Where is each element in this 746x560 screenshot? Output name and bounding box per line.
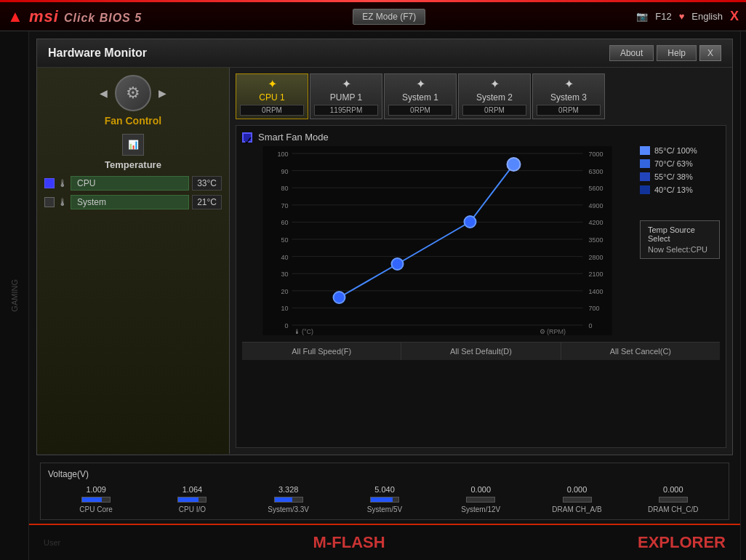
chart-legend: 85°C/ 100% 70°C/ 63% 55°C/ 38% bbox=[633, 146, 720, 338]
voltage-value-4: 0.000 bbox=[471, 485, 492, 494]
system-temp-row: 🌡 System 21°C bbox=[44, 195, 222, 209]
svg-text:2800: 2800 bbox=[589, 254, 603, 261]
f12-label: F12 bbox=[655, 11, 671, 22]
left-panel: ◀ ⚙ ▶ Fan Control 📊 Temperature bbox=[37, 68, 230, 454]
all-full-speed-button[interactable]: All Full Speed(F) bbox=[242, 343, 401, 360]
hw-monitor-close-button[interactable]: X bbox=[699, 45, 721, 61]
voltage-item-6: 0.000 DRAM CH_C/D bbox=[625, 485, 721, 513]
chart-area: ✓ Smart Fan Mode bbox=[236, 125, 726, 448]
svg-text:0: 0 bbox=[589, 322, 593, 329]
svg-text:4200: 4200 bbox=[589, 219, 603, 226]
language-selector[interactable]: English bbox=[691, 11, 723, 22]
voltage-bar-fill-2 bbox=[275, 497, 293, 502]
svg-text:40: 40 bbox=[281, 254, 288, 261]
voltage-value-3: 5.040 bbox=[374, 485, 395, 494]
fan-tab-rpm-cpu1: 0RPM bbox=[240, 105, 304, 116]
hardware-monitor-panel: Hardware Monitor About Help X ◀ ⚙ bbox=[36, 39, 733, 455]
fan-tab-icon-pump1: ✦ bbox=[310, 77, 382, 91]
ez-mode-button[interactable]: EZ Mode (F7) bbox=[353, 9, 425, 25]
voltage-name-1: CPU I/O bbox=[179, 505, 206, 513]
msi-logo: ▲ msi Click BIOS 5 bbox=[7, 7, 142, 26]
svg-text:80: 80 bbox=[281, 185, 288, 192]
temp-source-popup[interactable]: Temp Source Select Now Select:CPU bbox=[640, 220, 720, 259]
legend-item-0: 85°C/ 100% bbox=[640, 146, 720, 155]
fan-control-label: Fan Control bbox=[105, 115, 162, 127]
voltage-item-2: 3.328 System/3.3V bbox=[241, 485, 337, 513]
cpu-temp-value: 33°C bbox=[192, 176, 222, 191]
nav-arrow-right[interactable]: ▶ bbox=[159, 87, 167, 99]
svg-text:3500: 3500 bbox=[589, 236, 603, 244]
heart-icon[interactable]: ♥ bbox=[679, 11, 685, 22]
svg-text:100: 100 bbox=[277, 151, 288, 158]
voltage-item-5: 0.000 DRAM CH_A/B bbox=[529, 485, 625, 513]
svg-text:4900: 4900 bbox=[589, 202, 603, 209]
system-checkbox[interactable] bbox=[44, 197, 55, 207]
mflash-label[interactable]: M-FLASH bbox=[313, 533, 385, 552]
fan-tab-name-sys1: System 1 bbox=[385, 92, 456, 103]
voltage-value-5: 0.000 bbox=[567, 485, 587, 494]
smart-fan-checkbox[interactable]: ✓ bbox=[242, 132, 252, 143]
voltage-name-5: DRAM CH_A/B bbox=[552, 505, 601, 513]
cpu-checkbox[interactable] bbox=[44, 178, 55, 188]
fan-curve-chart[interactable]: 100 90 80 70 60 50 40 30 20 10 bbox=[242, 146, 633, 335]
voltage-bars: 1.009 CPU Core 1.064 CPU I/O 3.328 Syste… bbox=[48, 485, 721, 513]
svg-text:0: 0 bbox=[284, 322, 288, 329]
system-therm-icon: 🌡 bbox=[57, 196, 68, 208]
voltage-value-0: 1.009 bbox=[86, 485, 106, 494]
svg-text:90: 90 bbox=[281, 168, 288, 175]
voltage-value-6: 0.000 bbox=[663, 485, 683, 494]
all-set-default-button[interactable]: All Set Default(D) bbox=[401, 343, 561, 360]
fan-tab-icon-sys3: ✦ bbox=[533, 77, 604, 91]
fan-tab-pump1[interactable]: ✦ PUMP 1 1195RPM bbox=[310, 73, 382, 119]
voltage-value-1: 1.064 bbox=[183, 485, 203, 494]
voltage-bar-fill-0 bbox=[82, 497, 102, 502]
fan-tab-name-sys2: System 2 bbox=[459, 92, 530, 103]
chart-svg-area: 100 90 80 70 60 50 40 30 20 10 bbox=[242, 146, 633, 338]
fan-tab-rpm-sys1: 0RPM bbox=[388, 105, 452, 116]
hw-monitor-title: Hardware Monitor bbox=[48, 47, 147, 60]
about-button[interactable]: About bbox=[609, 45, 654, 61]
voltage-name-6: DRAM CH_C/D bbox=[648, 505, 698, 513]
system-temp-name: System bbox=[71, 195, 189, 209]
svg-text:50: 50 bbox=[281, 236, 288, 244]
voltage-title: Voltage(V) bbox=[48, 469, 721, 479]
voltage-name-0: CPU Core bbox=[79, 505, 113, 513]
nav-arrow-left[interactable]: ◀ bbox=[100, 87, 108, 99]
fan-tab-name-cpu1: CPU 1 bbox=[236, 92, 308, 103]
temp-source-value: Now Select:CPU bbox=[648, 245, 712, 254]
system-temp-value: 21°C bbox=[192, 195, 222, 209]
legend-label-2: 55°C/ 38% bbox=[654, 172, 693, 181]
help-button[interactable]: Help bbox=[657, 45, 697, 61]
fan-tab-cpu1[interactable]: ✦ CPU 1 0RPM bbox=[236, 73, 308, 119]
camera-icon[interactable]: 📷 bbox=[636, 11, 648, 22]
fan-tab-sys1[interactable]: ✦ System 1 0RPM bbox=[384, 73, 457, 119]
explorer-label[interactable]: EXPLORER bbox=[638, 533, 726, 552]
voltage-bar-6 bbox=[659, 497, 688, 503]
fan-tabs: ✦ CPU 1 0RPM ✦ PUMP 1 1195RPM ✦ System 1 bbox=[236, 73, 726, 119]
chart-container: 100 90 80 70 60 50 40 30 20 10 bbox=[242, 146, 720, 338]
fan-tab-icon-sys1: ✦ bbox=[385, 77, 456, 91]
legend-item-3: 40°C/ 13% bbox=[640, 185, 720, 194]
left-panel-nav: ◀ ⚙ ▶ bbox=[100, 75, 167, 111]
fan-tab-sys2[interactable]: ✦ System 2 0RPM bbox=[458, 73, 531, 119]
top-bar: ▲ msi Click BIOS 5 EZ Mode (F7) 📷 F12 ♥ … bbox=[0, 2, 746, 31]
voltage-bar-0 bbox=[81, 497, 111, 503]
all-set-cancel-button[interactable]: All Set Cancel(C) bbox=[561, 343, 720, 360]
temp-symbol: 📊 bbox=[128, 140, 139, 150]
svg-text:60: 60 bbox=[281, 219, 288, 226]
voltage-bar-fill-1 bbox=[178, 497, 198, 502]
fan-tab-rpm-sys3: 0RPM bbox=[537, 105, 601, 116]
hw-monitor-body: ◀ ⚙ ▶ Fan Control 📊 Temperature bbox=[37, 68, 732, 454]
close-button[interactable]: X bbox=[730, 9, 739, 24]
voltage-item-4: 0.000 System/12V bbox=[433, 485, 529, 513]
svg-text:20: 20 bbox=[281, 288, 288, 295]
legend-label-1: 70°C/ 63% bbox=[654, 159, 693, 168]
svg-text:30: 30 bbox=[281, 271, 288, 278]
chart-point-3 bbox=[465, 216, 476, 228]
legend-color-0 bbox=[640, 146, 650, 155]
top-bar-left: ▲ msi Click BIOS 5 bbox=[7, 7, 142, 26]
temperature-label: Temperature bbox=[105, 159, 161, 170]
hw-monitor-header: Hardware Monitor About Help X bbox=[37, 39, 732, 68]
fan-tab-name-sys3: System 3 bbox=[533, 92, 604, 103]
fan-tab-sys3[interactable]: ✦ System 3 0RPM bbox=[532, 73, 605, 119]
